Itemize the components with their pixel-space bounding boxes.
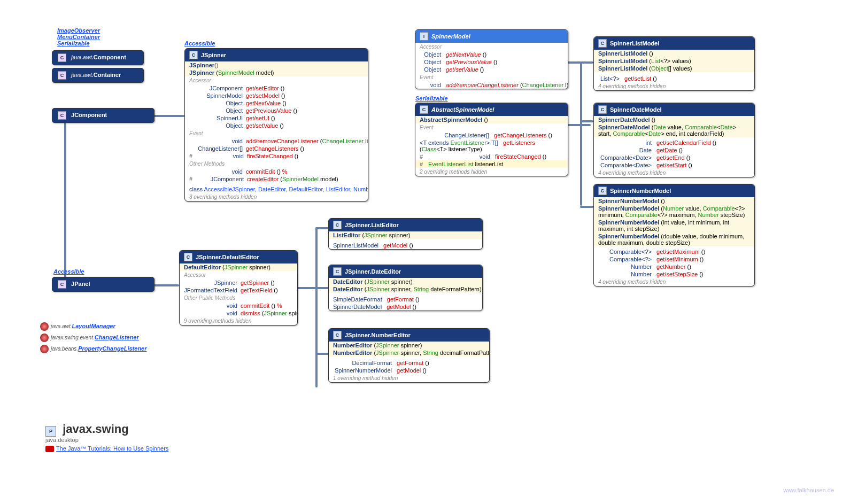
class-icon: C xyxy=(58,111,66,120)
box-number-editor: CJSpinner.NumberEditor NumberEditor (JSp… xyxy=(328,328,490,383)
box-spinner-date-model: CSpinnerDateModel SpinnerDateModel () Sp… xyxy=(593,103,755,177)
class-icon: C xyxy=(598,105,607,114)
box-default-editor: CJSpinner.DefaultEditor DefaultEditor (J… xyxy=(179,250,298,325)
line xyxy=(580,61,593,64)
link-accessible[interactable]: Accessible xyxy=(184,40,215,46)
line xyxy=(580,206,593,208)
link-serializable-2[interactable]: Serializable xyxy=(415,95,448,102)
box-spinner-model: ISpinnerModel Accessor Object getNextVal… xyxy=(415,29,568,89)
link-tutorials[interactable]: The Java™ Tutorials: How to Use Spinners xyxy=(56,445,168,452)
class-icon: C xyxy=(58,53,66,62)
line xyxy=(580,120,593,122)
link-imageobserver[interactable]: ImageObserver xyxy=(57,27,100,34)
ball-icon xyxy=(40,334,49,342)
interface-links-2: java.awt.LayoutManager javax.swing.event… xyxy=(40,321,147,354)
box-date-editor: CJSpinner.DateEditor DateEditor (JSpinne… xyxy=(328,265,483,311)
watermark[interactable]: www.falkhausen.de xyxy=(783,487,834,493)
class-icon: C xyxy=(58,280,66,289)
class-icon: C xyxy=(189,51,198,59)
box-jspinner: CJSpinner JSpinner() JSpinner (SpinnerMo… xyxy=(184,48,368,201)
link-accessible-2[interactable]: Accessible xyxy=(53,268,84,275)
class-icon: C xyxy=(184,253,192,261)
ball-icon xyxy=(40,322,49,331)
class-icon: C xyxy=(58,71,66,80)
package-icon: P xyxy=(45,426,56,437)
oracle-icon xyxy=(45,446,54,452)
line xyxy=(580,61,582,206)
box-jcomponent: C JComponent xyxy=(52,108,154,123)
line xyxy=(567,124,591,126)
class-icon: C xyxy=(333,331,342,339)
box-spinner-list-model: CSpinnerListModel SpinnerListModel () Sp… xyxy=(593,36,755,91)
class-icon: C xyxy=(598,187,607,195)
line xyxy=(297,287,326,289)
interface-icon: I xyxy=(420,32,428,41)
class-icon: C xyxy=(598,39,607,48)
class-icon: C xyxy=(333,267,342,276)
class-icon: C xyxy=(420,105,428,114)
box-component: C java.awt.Component xyxy=(52,50,144,65)
box-spinner-number-model: CSpinnerNumberModel SpinnerNumberModel (… xyxy=(593,184,755,286)
link-serializable[interactable]: Serializable xyxy=(57,40,100,46)
class-icon: C xyxy=(333,221,342,229)
box-jpanel: C JPanel xyxy=(52,277,154,292)
line xyxy=(315,227,318,387)
footer: P javax.swing java.desktop The Java™ Tut… xyxy=(45,422,168,452)
box-list-editor: CJSpinner.ListEditor ListEditor (JSpinne… xyxy=(328,218,483,250)
line xyxy=(315,227,329,229)
line xyxy=(315,353,329,355)
box-abstract-spinner-model: CAbstractSpinnerModel AbstractSpinnerMod… xyxy=(415,103,568,176)
ball-icon xyxy=(40,345,49,353)
link-menucontainer[interactable]: MenuContainer xyxy=(57,34,100,40)
box-container: C java.awt.Container xyxy=(52,68,144,83)
interface-links: ImageObserver MenuContainer Serializable xyxy=(57,27,100,46)
line xyxy=(64,120,66,281)
